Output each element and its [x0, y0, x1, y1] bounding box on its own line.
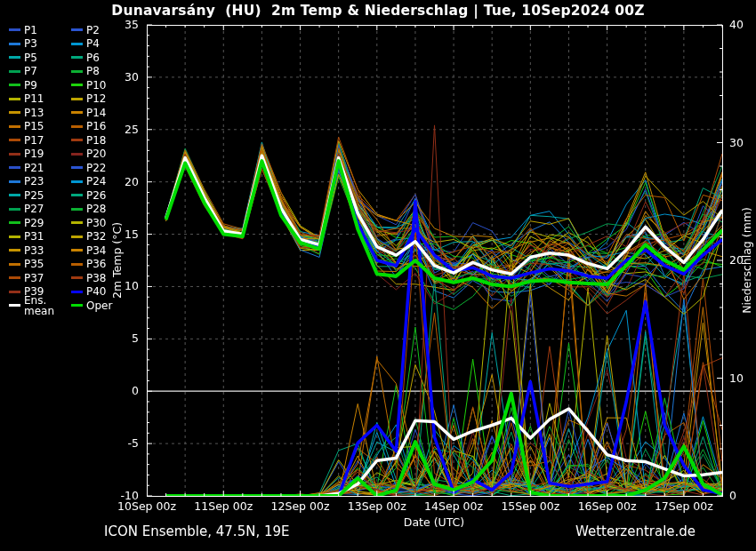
legend-row: P21P22 — [9, 161, 151, 175]
legend-label-ens-mean: Ens. mean — [24, 295, 71, 316]
legend-line-swatch-p1 — [9, 28, 20, 31]
legend-item-p4: P4 — [71, 38, 133, 49]
legend-line-swatch-p19 — [9, 153, 20, 156]
legend-label-p7: P7 — [24, 66, 37, 76]
legend-label-p24: P24 — [86, 176, 107, 187]
legend-label-p28: P28 — [86, 204, 107, 214]
legend-label-p29: P29 — [24, 218, 44, 228]
legend-item-p7: P7 — [9, 66, 71, 76]
legend-item-p21: P21 — [9, 163, 71, 173]
legend-label-oper: Oper — [86, 300, 112, 311]
legend-item-p36: P36 — [71, 259, 133, 269]
legend-line-swatch-p27 — [9, 208, 20, 211]
legend-line-swatch-p31 — [9, 236, 20, 238]
date-tick-label: 17Sep 00z — [648, 499, 720, 513]
date-tick-label: 14Sep 00z — [418, 499, 489, 513]
legend-item-p34: P34 — [71, 245, 133, 256]
legend-item-p25: P25 — [9, 190, 71, 201]
legend-item-p5: P5 — [9, 52, 71, 63]
y-axis-label-left: 2m Temp (°C) — [110, 222, 124, 299]
legend-line-swatch-p32 — [71, 236, 83, 238]
legend-label-p11: P11 — [24, 93, 44, 104]
legend-item-p26: P26 — [71, 190, 133, 201]
date-tick-label: 11Sep 00z — [188, 499, 259, 513]
legend-line-swatch-ens-mean — [9, 304, 20, 307]
legend-label-p32: P32 — [86, 231, 107, 242]
legend-label-p15: P15 — [24, 121, 44, 132]
legend-label-p30: P30 — [86, 218, 107, 228]
legend-row: P25P26 — [9, 188, 151, 203]
legend-line-swatch-p36 — [71, 263, 83, 266]
legend-label-p8: P8 — [86, 66, 100, 76]
legend-line-swatch-p2 — [71, 28, 83, 31]
legend-label-p27: P27 — [24, 204, 44, 214]
legend-label-p20: P20 — [86, 148, 107, 159]
temp-tick-label: 35 — [109, 18, 139, 31]
legend-label-p38: P38 — [86, 273, 107, 283]
legend-label-p37: P37 — [24, 273, 44, 283]
watermark-text: Wetterzentrale.de — [575, 523, 696, 539]
legend-row: P3P4 — [9, 37, 151, 52]
precip-tick-label: 30 — [729, 136, 744, 149]
legend-label-p9: P9 — [24, 80, 37, 91]
legend-line-swatch-p17 — [9, 139, 20, 141]
legend-row: P33P34 — [9, 244, 151, 258]
legend-line-swatch-p20 — [71, 153, 83, 156]
precip-tick-label: 0 — [729, 489, 736, 502]
y-axis-label-right: Niederschlag (mm) — [740, 207, 753, 314]
legend-item-p3: P3 — [9, 38, 71, 49]
temp-tick-label: 20 — [109, 175, 139, 188]
legend-row: Ens. meanOper — [9, 299, 151, 313]
legend-line-swatch-p28 — [71, 208, 83, 211]
temp-tick-label: 25 — [109, 123, 139, 136]
date-tick-label: 16Sep 00z — [572, 499, 643, 513]
legend-line-swatch-p38 — [71, 276, 83, 279]
legend-item-p12: P12 — [71, 93, 133, 104]
legend-line-swatch-p5 — [9, 56, 20, 59]
precip-tick-label: 40 — [729, 18, 744, 31]
precip-tick-label: 10 — [729, 371, 744, 385]
date-tick-label: 12Sep 00z — [265, 499, 336, 513]
legend-row: P11P12 — [9, 92, 151, 107]
date-tick-label: 10Sep 00z — [111, 499, 182, 513]
model-info-text: ICON Ensemble, 47.5N, 19E — [104, 523, 290, 539]
temp-tick-label: 5 — [109, 331, 139, 345]
legend-line-swatch-p21 — [9, 166, 20, 169]
legend-label-p16: P16 — [86, 121, 107, 132]
legend-row: P19P20 — [9, 148, 151, 162]
legend-label-p22: P22 — [86, 163, 107, 173]
legend-line-swatch-p14 — [71, 111, 83, 114]
legend-label-p35: P35 — [24, 259, 44, 269]
legend-line-swatch-p24 — [71, 180, 83, 183]
legend-item-p19: P19 — [9, 148, 71, 159]
legend-label-p3: P3 — [24, 38, 37, 49]
ensemble-meteogram: Dunavarsány (HU) 2m Temp & Niederschlag … — [0, 0, 756, 551]
legend-item-p27: P27 — [9, 204, 71, 214]
legend-label-p21: P21 — [24, 163, 44, 173]
legend-line-swatch-p18 — [71, 139, 83, 141]
legend-row: P13P14 — [9, 106, 151, 120]
legend-item-p37: P37 — [9, 273, 71, 283]
legend-item-p13: P13 — [9, 108, 71, 118]
legend-line-swatch-p34 — [71, 249, 83, 252]
legend-line-swatch-p23 — [9, 180, 20, 183]
legend-row: P27P28 — [9, 203, 151, 217]
legend-line-swatch-p3 — [9, 43, 20, 45]
chart-title: Dunavarsány (HU) 2m Temp & Niederschlag … — [0, 3, 756, 19]
legend-item-oper: Oper — [71, 300, 133, 311]
legend-label-p23: P23 — [24, 176, 44, 187]
legend-label-p26: P26 — [86, 190, 107, 201]
legend-label-p12: P12 — [86, 93, 107, 104]
date-tick-label: 15Sep 00z — [495, 499, 566, 513]
legend-label-p31: P31 — [24, 231, 44, 242]
legend-line-swatch-p33 — [9, 249, 20, 252]
legend-item-p1: P1 — [9, 25, 71, 36]
legend-label-p17: P17 — [24, 135, 44, 146]
legend-item-p9: P9 — [9, 80, 71, 91]
legend-item-p15: P15 — [9, 121, 71, 132]
legend-label-p4: P4 — [86, 38, 100, 49]
temp-tick-label: -5 — [109, 436, 139, 450]
legend-line-swatch-p37 — [9, 276, 20, 279]
legend-item-p17: P17 — [9, 135, 71, 146]
legend-item-p33: P33 — [9, 245, 71, 256]
